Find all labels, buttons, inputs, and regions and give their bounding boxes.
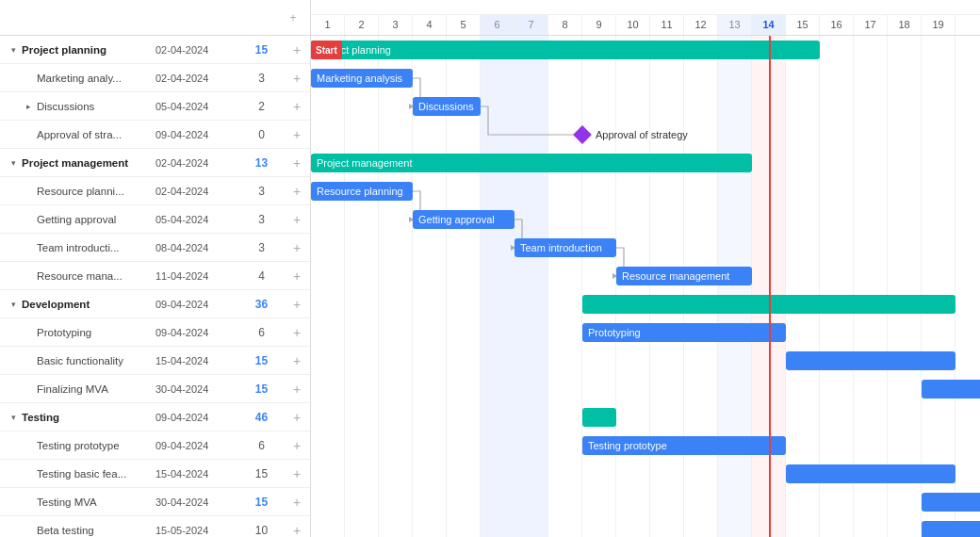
add-subtask-button[interactable]: + [287, 410, 306, 425]
gantt-cell [684, 92, 718, 121]
add-subtask-button[interactable]: + [287, 523, 306, 538]
task-date: 15-04-2024 [155, 355, 236, 366]
gantt-cell [820, 205, 854, 234]
task-panel: + ▾ Project planning 02-04-2024 15 + Mar… [0, 0, 311, 537]
gantt-cell [718, 347, 752, 375]
gantt-day-header: 15 [786, 15, 820, 35]
add-subtask-button[interactable]: + [287, 353, 306, 368]
add-subtask-button[interactable]: + [287, 240, 306, 255]
gantt-cell [345, 205, 379, 234]
gantt-cell [582, 177, 616, 205]
gantt-cell [616, 516, 650, 537]
gantt-day-header: 17 [854, 15, 888, 35]
task-name-label: Development [22, 299, 155, 310]
gantt-cell [922, 205, 956, 234]
expand-icon[interactable]: ▾ [8, 299, 19, 310]
gantt-cell [752, 431, 786, 460]
gantt-cell [922, 234, 956, 262]
gantt-day-header: 8 [548, 15, 582, 35]
task-name-label: Beta testing [37, 525, 155, 536]
task-name-label: Project planning [22, 44, 155, 56]
task-row: Marketing analy... 02-04-2024 3 + [0, 64, 310, 92]
task-date: 11-04-2024 [155, 270, 236, 282]
gantt-cell [548, 149, 582, 177]
gantt-cell [481, 262, 514, 290]
gantt-cell [548, 121, 582, 149]
gantt-cell [922, 488, 956, 516]
add-subtask-button[interactable]: + [287, 212, 306, 227]
gantt-cell [481, 375, 514, 403]
task-row: Testing prototype 09-04-2024 6 + [0, 431, 310, 460]
gantt-cell [379, 431, 413, 460]
gantt-cell [447, 205, 481, 234]
gantt-cell [345, 460, 379, 488]
gantt-cell [413, 488, 447, 516]
gantt-cell [311, 403, 345, 431]
gantt-cell [684, 205, 718, 234]
task-date: 30-04-2024 [155, 496, 236, 508]
gantt-cell [854, 516, 888, 537]
gantt-cell [345, 149, 379, 177]
gantt-cell [888, 121, 922, 149]
add-subtask-button[interactable]: + [287, 438, 306, 453]
task-duration: 3 [236, 185, 287, 198]
gantt-cell [345, 347, 379, 375]
add-subtask-button[interactable]: + [287, 184, 306, 199]
gantt-cell [413, 403, 447, 431]
expand-icon [23, 355, 34, 366]
gantt-cell [311, 92, 345, 121]
gantt-cell [582, 403, 616, 431]
add-subtask-button[interactable]: + [287, 297, 306, 312]
gantt-cell [548, 290, 582, 318]
gantt-cell [311, 290, 345, 318]
add-subtask-button[interactable]: + [287, 466, 306, 481]
add-subtask-button[interactable]: + [287, 155, 306, 171]
gantt-cell [922, 36, 956, 64]
gantt-cell [345, 36, 379, 64]
task-name-label: Testing MVA [37, 496, 155, 508]
gantt-cell [616, 290, 650, 318]
task-duration: 6 [236, 326, 287, 339]
gantt-cell [548, 375, 582, 403]
gantt-day-header: 1 [311, 15, 345, 35]
gantt-cell [345, 234, 379, 262]
task-duration: 0 [236, 128, 287, 141]
add-subtask-button[interactable]: + [287, 382, 306, 397]
gantt-panel: 12345678910111213141516171819 StartToday… [311, 0, 980, 537]
gantt-cell [481, 516, 514, 537]
add-subtask-button[interactable]: + [287, 71, 306, 86]
task-name-label: Finalizing MVA [37, 383, 155, 395]
gantt-cell [786, 488, 820, 516]
gantt-cell [582, 92, 616, 121]
gantt-cell [379, 375, 413, 403]
gantt-cell [650, 403, 684, 431]
expand-icon[interactable]: ▾ [8, 157, 19, 169]
gantt-cell [820, 290, 854, 318]
gantt-cell [447, 431, 481, 460]
add-task-header-button[interactable]: + [284, 11, 302, 24]
gantt-row-bg [311, 516, 956, 537]
gantt-cell [447, 64, 481, 92]
gantt-cell [311, 460, 345, 488]
add-subtask-button[interactable]: + [287, 495, 306, 510]
expand-icon[interactable]: ▾ [8, 412, 19, 423]
add-subtask-button[interactable]: + [287, 268, 306, 284]
gantt-cell [650, 149, 684, 177]
gantt-cell [616, 347, 650, 375]
gantt-cell [345, 318, 379, 347]
gantt-cell [718, 234, 752, 262]
gantt-cell [922, 403, 956, 431]
expand-icon[interactable]: ▾ [8, 44, 19, 56]
gantt-cell [582, 431, 616, 460]
task-date: 05-04-2024 [155, 101, 236, 112]
gantt-cell [379, 290, 413, 318]
add-subtask-button[interactable]: + [287, 325, 306, 340]
gantt-cell [481, 403, 514, 431]
expand-icon[interactable]: ▸ [23, 101, 34, 112]
gantt-day-header: 13 [718, 15, 752, 35]
add-subtask-button[interactable]: + [287, 42, 306, 57]
add-subtask-button[interactable]: + [287, 99, 306, 114]
gantt-cell [650, 177, 684, 205]
add-subtask-button[interactable]: + [287, 127, 306, 142]
gantt-cell [854, 375, 888, 403]
